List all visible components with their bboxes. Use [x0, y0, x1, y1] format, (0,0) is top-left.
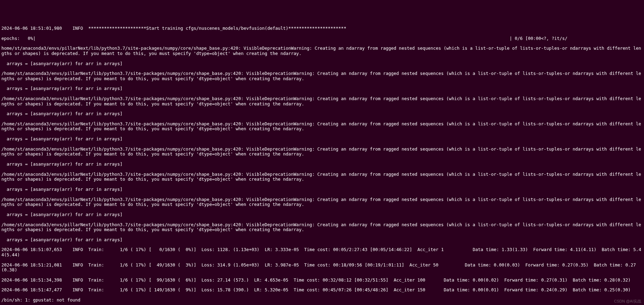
arrays-line: arrays = [asanyarray(arr) for arr in arr… [1, 111, 643, 116]
arrays-line: arrays = [asanyarray(arr) for arr in arr… [1, 86, 643, 91]
terminal-output[interactable]: 2024-06-06 18:51:01,980 INFO ***********… [1, 21, 643, 305]
arrays-line: arrays = [asanyarray(arr) for arr in arr… [1, 162, 643, 167]
arrays-line: arrays = [asanyarray(arr) for arr in arr… [1, 61, 643, 66]
deprecation-warning: home/st/anaconda3/envs/pillarNext/lib/py… [1, 46, 643, 56]
deprecation-warning: /home/st/anaconda3/envs/pillarNext/lib/p… [1, 197, 643, 207]
deprecation-warning: /home/st/anaconda3/envs/pillarNext/lib/p… [1, 122, 643, 132]
deprecation-warning: /home/st/anaconda3/envs/pillarNext/lib/p… [1, 71, 643, 81]
header-line: 2024-06-06 18:51:01,980 INFO ***********… [1, 26, 643, 31]
train-log: 2024-06-06 18:51:21,081 INFO Train: 1/6 … [1, 263, 643, 273]
arrays-line: arrays = [asanyarray(arr) for arr in arr… [1, 137, 643, 141]
epochs-line: epochs: 0%| | 0/6 [ [1, 36, 643, 41]
arrays-line: arrays = [asanyarray(arr) for arr in arr… [1, 237, 643, 242]
deprecation-warning: /home/st/anaconda3/envs/pillarNext/lib/p… [1, 172, 643, 182]
train-log: 2024-06-06 18:51:34,398 INFO Train: 1/6 … [1, 278, 643, 283]
deprecation-warning: /home/st/anaconda3/envs/pillarNext/lib/p… [1, 147, 643, 157]
deprecation-warning: /home/st/anaconda3/envs/pillarNext/lib/p… [1, 96, 643, 106]
gpustat-error: /bin/sh: 1: gpustat: not found [1, 298, 643, 303]
train-log: 2024-06-06 18:51:07,653 INFO Train: 1/6 … [1, 247, 643, 257]
deprecation-warning: /home/st/anaconda3/envs/pillarNext/lib/p… [1, 222, 643, 233]
watermark: CSDN @AI实战 [614, 299, 641, 304]
arrays-line: arrays = [asanyarray(arr) for arr in arr… [1, 212, 643, 217]
train-log: 2024-06-06 18:51:47,477 INFO Train: 1/6 … [1, 287, 643, 292]
arrays-line: arrays = [asanyarray(arr) for arr in arr… [1, 187, 643, 192]
